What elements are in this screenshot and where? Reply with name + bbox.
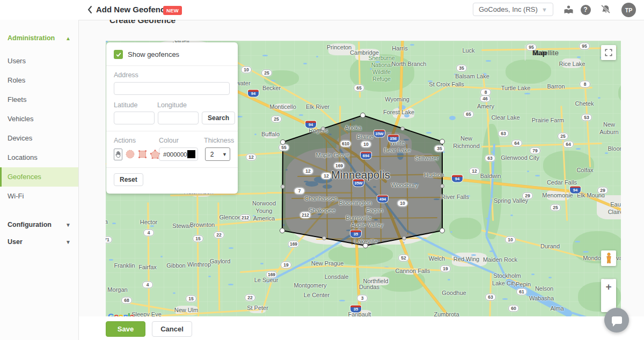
geofence-vertex-handle[interactable] [280, 139, 286, 145]
sidebar-item-users[interactable]: Users [0, 51, 78, 71]
chat-bubble-button[interactable] [604, 308, 629, 332]
sidebar-item-roles[interactable]: Roles [0, 71, 78, 90]
support-icon[interactable] [562, 3, 575, 16]
geofence-midpoint-handle[interactable] [321, 127, 325, 131]
geofence-midpoint-handle[interactable] [402, 236, 406, 240]
save-button[interactable]: Save [106, 321, 145, 337]
sidebar-section-label: Configuration [8, 221, 52, 228]
fullscreen-button[interactable] [601, 45, 616, 60]
geofence-vertex-handle[interactable] [360, 113, 365, 118]
geofence-vertex-handle[interactable] [280, 228, 285, 233]
page-title: Add New Geofence [96, 5, 170, 14]
latitude-input[interactable] [114, 112, 155, 124]
sidebar-section-administration[interactable]: Administration ▲ [0, 34, 78, 42]
actions-label: Actions [114, 137, 159, 144]
chevron-down-icon: ▼ [65, 222, 71, 228]
chevron-down-icon: ▼ [65, 239, 71, 245]
organization-select[interactable]: GoCodes, Inc (RS) ▼ [473, 3, 553, 16]
address-input[interactable] [114, 82, 230, 95]
back-button[interactable] [86, 4, 96, 15]
sidebar-item-locations[interactable]: Locations [0, 148, 78, 167]
chevron-up-icon: ▲ [65, 35, 71, 41]
sidebar-section-configuration[interactable]: Configuration ▼ [0, 220, 78, 229]
geofence-midpoint-handle[interactable] [322, 236, 326, 240]
street-view-pegman[interactable] [601, 250, 616, 266]
chevron-down-icon: ▼ [541, 6, 547, 13]
geofence-midpoint-handle[interactable] [440, 184, 444, 188]
geofence-vertex-handle[interactable] [440, 228, 445, 233]
sidebar: Administration ▲ UsersRolesFleetsVehicle… [0, 0, 79, 340]
geofence-vertex-handle[interactable] [363, 243, 368, 248]
sidebar-section-user[interactable]: User ▼ [0, 238, 78, 246]
sidebar-admin-items: UsersRolesFleetsVehiclesDevicesLocations… [0, 51, 78, 206]
sidebar-section-label: Administration [8, 34, 55, 42]
geofence-panel: Show geofences Address Latitude Longitud… [106, 42, 238, 194]
top-header: Add New Geofence NEW GoCodes, Inc (RS) ▼… [0, 0, 644, 20]
draw-circle-tool[interactable] [126, 149, 135, 160]
thickness-select[interactable]: 2 ▼ [205, 147, 230, 161]
colour-input[interactable]: #000000 [159, 147, 198, 161]
organization-select-value: GoCodes, Inc (RS) [479, 5, 538, 13]
zoom-out-button[interactable]: − [601, 279, 616, 295]
show-geofences-checkbox[interactable] [114, 50, 123, 59]
new-badge: NEW [163, 6, 182, 15]
search-button[interactable]: Search [202, 112, 235, 124]
map-type-satellite-button[interactable]: Satellite [525, 45, 566, 61]
reset-button[interactable]: Reset [114, 173, 143, 186]
map-canvas[interactable]: SartellPrincetonSherburne National Wildl… [106, 41, 621, 316]
pan-hand-tool[interactable] [114, 149, 122, 160]
geofence-midpoint-handle[interactable] [400, 127, 405, 131]
cancel-button[interactable]: Cancel [152, 321, 192, 337]
chat-icon [612, 316, 622, 324]
address-label: Address [114, 71, 230, 79]
notifications-off-icon[interactable] [599, 3, 612, 16]
longitude-input[interactable] [158, 112, 199, 124]
latitude-label: Latitude [114, 101, 147, 109]
sidebar-item-geofences[interactable]: Geofences [0, 167, 78, 187]
app-window: Administration ▲ UsersRolesFleetsVehicle… [0, 0, 644, 340]
zoom-control: + − [601, 279, 616, 312]
sidebar-item-fleets[interactable]: Fleets [0, 90, 78, 109]
help-icon[interactable]: ? [579, 3, 592, 16]
longitude-label: Longitude [157, 101, 187, 109]
draw-rectangle-tool[interactable] [138, 149, 147, 160]
colour-label: Colour [159, 137, 204, 144]
colour-value: #000000 [163, 151, 187, 158]
sidebar-item-wi-fi[interactable]: Wi-Fi [0, 187, 78, 206]
geofence-vertex-handle[interactable] [440, 139, 445, 144]
thickness-value: 2 [210, 151, 214, 158]
thickness-label: Thickness [204, 137, 230, 144]
sidebar-item-vehicles[interactable]: Vehicles [0, 109, 78, 129]
geofence-midpoint-handle[interactable] [281, 184, 285, 189]
sidebar-item-devices[interactable]: Devices [0, 129, 78, 148]
colour-swatch[interactable] [187, 150, 195, 158]
chevron-down-icon: ▼ [222, 152, 227, 157]
user-avatar[interactable]: TP [621, 3, 636, 17]
content-area: Create Geofence SartellPrincetonSherburn… [79, 20, 644, 340]
sidebar-section-label: User [8, 238, 23, 246]
show-geofences-label: Show geofences [128, 50, 179, 58]
